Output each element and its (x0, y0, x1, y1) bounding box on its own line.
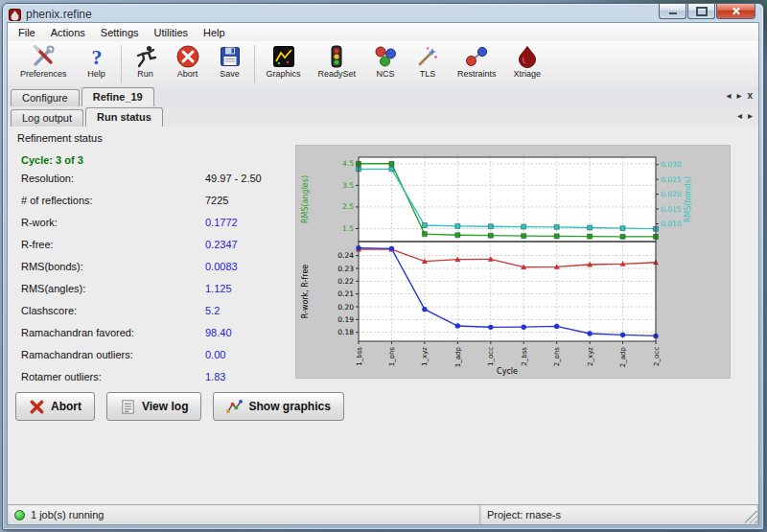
primary-tabrow: Configure Refine_19 ◂ ▸ x (8, 86, 758, 107)
tab-log-output[interactable]: Log output (11, 109, 83, 127)
tab-nav-controls: ◂ ▸ (737, 110, 753, 122)
maximize-button[interactable] (687, 4, 715, 19)
button-label: Show graphics (248, 400, 330, 413)
toolbar-help[interactable]: ? Help (76, 43, 118, 80)
toolbar-label: Xtriage (514, 69, 542, 79)
svg-text:0.20: 0.20 (337, 303, 354, 312)
svg-text:0.24: 0.24 (337, 251, 354, 260)
tab-configure[interactable]: Configure (11, 89, 80, 106)
tab-close-icon[interactable]: x (747, 90, 753, 102)
toolbar-label: Graphics (267, 69, 301, 79)
titlebar[interactable]: phenix.refine (3, 4, 763, 23)
tab-label: Run status (97, 111, 151, 123)
refinement-progress-chart: 1.52.53.54.50.0100.0150.0200.0250.030RMS… (295, 145, 731, 379)
app-icon (9, 8, 21, 20)
tab-scroll-left-icon[interactable]: ◂ (737, 110, 742, 122)
svg-text:1_adp: 1_adp (454, 346, 462, 367)
stat-value: 0.2347 (205, 239, 238, 250)
chart-canvas: 1.52.53.54.50.0100.0150.0200.0250.030RMS… (296, 146, 730, 378)
minimize-button[interactable] (659, 4, 686, 19)
resize-grip[interactable] (745, 511, 757, 523)
tab-scroll-left-icon[interactable]: ◂ (726, 90, 731, 102)
window-body: File Actions Settings Utilities Help Pre… (7, 22, 759, 525)
toolbar-tls[interactable]: TLS (407, 43, 449, 80)
menu-settings[interactable]: Settings (93, 25, 147, 40)
svg-text:4.5: 4.5 (342, 159, 354, 168)
abort-x-icon (29, 399, 45, 415)
svg-text:2_occ: 2_occ (653, 347, 661, 366)
svg-text:0.025: 0.025 (661, 175, 682, 184)
menu-help[interactable]: Help (196, 25, 233, 40)
toolbar-label: Help (87, 69, 105, 79)
graphics-plot-icon (271, 44, 296, 69)
toolbar-separator (121, 45, 122, 83)
stat-value: 0.1772 (205, 217, 238, 228)
close-button[interactable] (716, 4, 755, 19)
project-cell: Project: rnase-s (480, 505, 758, 524)
toolbar-label: Preferences (20, 69, 67, 79)
toolbar-xtriage[interactable]: Xtriage (505, 43, 550, 80)
toolbar-graphics[interactable]: Graphics (258, 43, 310, 80)
bonded-atoms-icon (464, 44, 489, 69)
toolbar-label: Abort (177, 69, 198, 79)
toolbar-label: NCS (377, 69, 395, 79)
toolbar-separator (254, 45, 255, 83)
svg-text:R-work, R-free: R-work, R-free (301, 265, 310, 319)
abort-button[interactable]: Abort (15, 392, 95, 421)
svg-text:1_ohs: 1_ohs (388, 347, 396, 367)
button-label: View log (142, 400, 188, 413)
stat-value: 98.40 (205, 327, 232, 338)
stat-value: 1.83 (205, 371, 225, 382)
stat-row: Ramachandran outliers:0.00 (21, 349, 295, 371)
svg-text:2_bss: 2_bss (521, 347, 528, 366)
stat-value: 0.00 (205, 349, 225, 360)
button-label: Abort (51, 400, 81, 413)
caption-buttons (658, 4, 755, 19)
svg-text:0.030: 0.030 (661, 160, 682, 169)
svg-text:0.015: 0.015 (661, 205, 682, 214)
toolbar-ncs[interactable]: NCS (364, 43, 407, 80)
toolbar: Preferences ? Help Run (8, 41, 758, 89)
svg-text:0.010: 0.010 (661, 220, 682, 228)
log-document-icon (120, 399, 136, 415)
stat-value: 0.0083 (205, 261, 238, 272)
traffic-light-icon (324, 44, 349, 69)
toolbar-preferences[interactable]: Preferences (12, 43, 76, 80)
svg-text:RMS(angles): RMS(angles) (301, 175, 310, 223)
abort-icon (175, 44, 200, 69)
action-buttons: Abort View log Show graphics (15, 392, 344, 421)
menu-file[interactable]: File (11, 25, 43, 40)
svg-text:2_xyz: 2_xyz (587, 347, 594, 366)
toolbar-label: Run (137, 69, 153, 79)
tab-refine-19[interactable]: Refine_19 (81, 87, 154, 106)
graphics-chart-icon (226, 399, 243, 415)
toolbar-run[interactable]: Run (125, 43, 167, 80)
svg-text:2_ohs: 2_ohs (553, 347, 561, 367)
toolbar-abort[interactable]: Abort (167, 43, 209, 80)
stat-value: 49.97 - 2.50 (205, 173, 262, 184)
view-log-button[interactable]: View log (106, 392, 201, 421)
minimize-icon (669, 12, 677, 14)
tab-scroll-right-icon[interactable]: ▸ (748, 110, 753, 122)
toolbar-save[interactable]: Save (209, 43, 251, 80)
menu-utilities[interactable]: Utilities (147, 25, 196, 40)
svg-text:1.5: 1.5 (342, 224, 354, 233)
refinement-stats: Resolution:49.97 - 2.50 # of reflections… (21, 173, 295, 393)
stat-row: R-work:0.1772 (21, 217, 295, 239)
stat-row: Clashscore:5.2 (21, 305, 295, 327)
tab-run-status[interactable]: Run status (85, 107, 163, 127)
cycle-status: Cycle: 3 of 3 (21, 154, 83, 166)
svg-text:0.19: 0.19 (337, 315, 354, 324)
toolbar-readyset[interactable]: ReadySet (310, 43, 365, 80)
tab-label: Configure (22, 92, 68, 104)
toolbar-restraints[interactable]: Restraints (449, 43, 505, 80)
secondary-tabrow: Log output Run status ◂ ▸ (8, 106, 758, 127)
save-floppy-icon (218, 44, 243, 69)
droplet-icon (515, 44, 540, 69)
menu-actions[interactable]: Actions (43, 25, 93, 40)
svg-text:Cycle: Cycle (497, 367, 518, 376)
tab-scroll-right-icon[interactable]: ▸ (736, 90, 741, 102)
svg-text:0.21: 0.21 (337, 289, 354, 298)
show-graphics-button[interactable]: Show graphics (213, 392, 343, 421)
svg-text:1_occ: 1_occ (487, 347, 495, 366)
